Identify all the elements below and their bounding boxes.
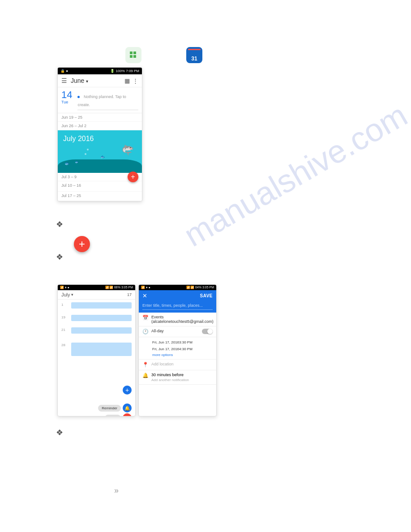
phone2-status-bar: 📶 ♦ ● 📶📶 66% 3:05 PM bbox=[58, 285, 135, 290]
reminder-icon-button[interactable]: 🔔 bbox=[123, 403, 132, 412]
calendar-small-icon: 📅 bbox=[124, 416, 130, 417]
week-row-2: Jun 26 – Jul 2 bbox=[58, 122, 142, 130]
day-number: 14 bbox=[61, 90, 72, 100]
bubble-2 bbox=[87, 149, 89, 150]
clock-icon: 🕐 bbox=[142, 329, 149, 335]
phone2-month-header: July ▾ 17 bbox=[58, 290, 135, 300]
week-num-2: 19 bbox=[61, 314, 71, 322]
more-options-link[interactable]: more options bbox=[152, 352, 173, 357]
notification-content: 30 minutes before Add another notificati… bbox=[151, 373, 189, 382]
asterisk-icon-1: ❖ bbox=[56, 219, 63, 229]
phone1-status-left: 🔒 ● bbox=[60, 69, 68, 73]
bubble-1 bbox=[85, 153, 86, 155]
notification-label: 30 minutes before bbox=[151, 373, 189, 377]
watermark: manualshive.com bbox=[178, 96, 411, 253]
top-icons-area: 31 bbox=[125, 47, 202, 63]
close-button[interactable]: ✕ bbox=[142, 292, 147, 299]
svg-rect-0 bbox=[130, 51, 133, 54]
week-grid-4: 28 bbox=[60, 341, 133, 358]
add-notification-label[interactable]: Add another notification bbox=[151, 378, 189, 382]
calendar-form-icon: 📅 bbox=[142, 315, 149, 321]
shark-icon: 🦈 bbox=[122, 145, 134, 156]
no-events-text: Nothing planned. Tap to create. bbox=[77, 93, 126, 107]
reminder-event-row: Reminder 🔔 bbox=[58, 403, 135, 412]
week-bar-4 bbox=[71, 343, 132, 356]
toggle-knob bbox=[207, 329, 213, 334]
phone3-screenshot: 📶 ♦ ● 📶📶 64% 3:05 PM ✕ SAVE Enter title,… bbox=[138, 284, 217, 416]
phone2-screenshot: 📶 ♦ ● 📶📶 66% 3:05 PM July ▾ 17 1 19 21 bbox=[57, 284, 136, 416]
week-num-4: 28 bbox=[61, 342, 71, 357]
hamburger-icon: ☰ bbox=[61, 77, 67, 84]
allday-toggle[interactable] bbox=[202, 329, 213, 334]
more-options-icon: ⋮ bbox=[133, 77, 138, 84]
event-icon-button[interactable]: 📅 bbox=[123, 413, 132, 416]
start-time-row: Fri, Jun 17, 2016 3:30 PM bbox=[152, 339, 193, 345]
phone2-date: 17 bbox=[127, 292, 132, 297]
start-date-text: Fri, Jun 17, 2016 bbox=[152, 340, 179, 344]
title-placeholder-text: Enter title, times, people, places... bbox=[142, 303, 213, 310]
week-num-3: 21 bbox=[61, 326, 71, 335]
fish-icon-2: 🐟 bbox=[75, 160, 79, 164]
bell-form-icon: 🔔 bbox=[142, 373, 149, 378]
phone2-calendar-grid: 1 19 21 28 bbox=[58, 300, 135, 359]
end-time-row: Fri, Jun 17, 2016 4:30 PM bbox=[152, 346, 193, 352]
allday-row: 🕐 All-day bbox=[139, 326, 216, 337]
phone1-fab-button[interactable]: + bbox=[128, 172, 138, 182]
fab-plus-icon: + bbox=[79, 238, 85, 250]
svg-rect-2 bbox=[130, 55, 133, 58]
location-row: 📍 Add location bbox=[139, 360, 216, 370]
phone2-status-right: 📶📶 66% 3:05 PM bbox=[105, 286, 133, 289]
location-icon: 📍 bbox=[142, 362, 149, 368]
save-button[interactable]: SAVE bbox=[200, 293, 213, 298]
day-label: Tue bbox=[61, 100, 75, 104]
month-title: June ▾ bbox=[71, 77, 124, 84]
phone3-status-right: 📶📶 64% 3:05 PM bbox=[186, 286, 214, 289]
svg-rect-1 bbox=[133, 51, 136, 54]
week-num-1: 1 bbox=[61, 301, 71, 309]
jul-week-3: Jul 17 – 25 bbox=[58, 192, 142, 201]
phone1-header: ☰ June ▾ ▦ ⋮ bbox=[58, 74, 142, 87]
phone3-status-left: 📶 ♦ ● bbox=[141, 286, 150, 289]
event-button[interactable]: Event bbox=[105, 415, 121, 417]
phone1-status-bar: 🔒 ● 🔋 100% 7:09 PM bbox=[58, 68, 142, 74]
event-title-field[interactable]: Enter title, times, people, places... bbox=[139, 301, 216, 313]
week-spacer-3 bbox=[60, 335, 133, 341]
phone2-month-title: July bbox=[61, 292, 70, 297]
jul-week-2: Jul 10 – 16 bbox=[58, 181, 142, 192]
asterisk-icon-2: ❖ bbox=[56, 252, 63, 262]
july-banner: July 2016 🦈 🐟 🐟 🐟 bbox=[58, 130, 142, 173]
calendar-label: Events (alcatelonetouchtest5@gmail.com) bbox=[151, 315, 214, 324]
phone2-fab-button[interactable]: + bbox=[123, 386, 132, 395]
week-bar-2 bbox=[71, 315, 132, 321]
bottom-arrow: » bbox=[114, 486, 119, 495]
event-dot bbox=[77, 96, 80, 98]
phones-container: 📶 ♦ ● 📶📶 66% 3:05 PM July ▾ 17 1 19 21 bbox=[57, 284, 217, 416]
july-banner-title: July 2016 bbox=[63, 135, 94, 143]
event-form-header: ✕ SAVE bbox=[139, 290, 216, 301]
end-time-text: 4:30 PM bbox=[179, 347, 193, 351]
bell-icon: 🔔 bbox=[124, 406, 130, 411]
week-grid-3: 21 bbox=[60, 326, 133, 335]
asterisk-icon-3: ❖ bbox=[56, 428, 63, 438]
phone3-status-bar: 📶 ♦ ● 📶📶 64% 3:05 PM bbox=[139, 285, 216, 290]
calendar-view-icon: ▦ bbox=[124, 77, 130, 84]
location-placeholder[interactable]: Add location bbox=[151, 362, 213, 366]
allday-label: All-day bbox=[151, 329, 202, 333]
header-icons: ▦ ⋮ bbox=[124, 77, 138, 84]
svg-rect-3 bbox=[133, 55, 136, 58]
standalone-fab-button[interactable]: + bbox=[74, 236, 90, 252]
week-bar-1 bbox=[71, 302, 132, 309]
phone2-status-left: 📶 ♦ ● bbox=[60, 286, 69, 289]
week-bar-3 bbox=[71, 327, 132, 334]
start-time-text: 3:30 PM bbox=[179, 340, 193, 344]
grid-app-icon[interactable] bbox=[125, 47, 141, 63]
phone1-screenshot: 🔒 ● 🔋 100% 7:09 PM ☰ June ▾ ▦ ⋮ 14 Tue N… bbox=[57, 67, 142, 202]
fish-icon-1: 🐟 bbox=[64, 161, 69, 166]
week-grid-1: 1 bbox=[60, 300, 133, 310]
end-date-text: Fri, Jun 17, 2016 bbox=[152, 347, 179, 351]
reminder-button[interactable]: Reminder bbox=[98, 405, 121, 412]
today-row: 14 Tue Nothing planned. Tap to create. bbox=[58, 87, 142, 113]
calendar-app-icon[interactable]: 31 bbox=[186, 47, 202, 63]
week-row-1: Jun 19 – 25 bbox=[58, 113, 142, 122]
start-datetime-row: Fri, Jun 17, 2016 3:30 PM Fri, Jun 17, 2… bbox=[139, 337, 216, 360]
